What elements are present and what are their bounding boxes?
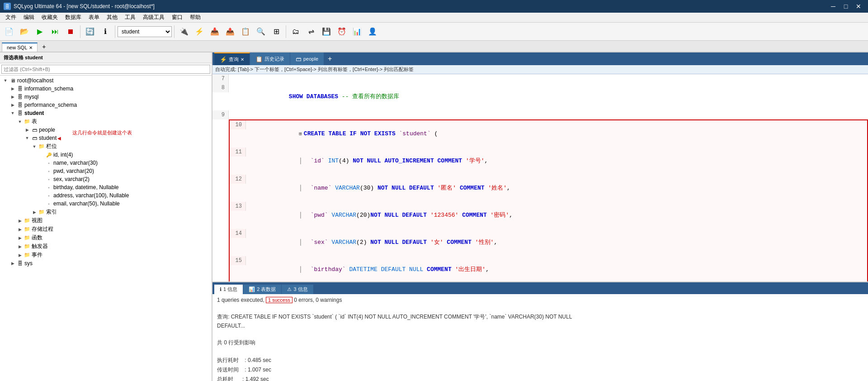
db-icon2: 🗄	[16, 94, 24, 100]
toolbar-user-btn[interactable]: 👤	[365, 24, 380, 39]
line-num-13: 13	[230, 202, 246, 211]
menu-tools[interactable]: 工具	[121, 13, 139, 22]
toolbar-open-btn[interactable]: 📂	[17, 24, 32, 39]
filter-input[interactable]	[1, 65, 210, 74]
toolbar-info-btn[interactable]: ℹ	[98, 24, 113, 39]
menu-edit[interactable]: 编辑	[20, 13, 38, 22]
sex-col-label: sex, varchar(2)	[52, 176, 90, 182]
toolbar-grid-btn[interactable]: ⊞	[269, 24, 283, 39]
tree-db-infoschema[interactable]: ▶ 🗄 information_schema	[0, 85, 212, 93]
people-expander: ▶	[24, 126, 31, 133]
toolbar-query-btn[interactable]: 🔍	[254, 24, 268, 39]
line-content-11: │ `id` INT(4) NOT NULL AUTO_INCREMENT CO…	[246, 148, 867, 175]
tree-col-email[interactable]: ▪ email, varchar(50), Nullable	[0, 200, 212, 208]
bottom-tab-info[interactable]: ℹ 1 信息	[214, 285, 243, 294]
toolbar-schedule-btn[interactable]: ⏰	[335, 24, 349, 39]
tree-db-mysql[interactable]: ▶ 🗄 mysql	[0, 93, 212, 101]
object-tree: ▼ 🖥 root@localhost ▶ 🗄 information_schem…	[0, 76, 212, 381]
tree-folder-events[interactable]: ▶ 📁 事件	[0, 251, 212, 259]
tree-table-people[interactable]: ▶ 🗃 people	[0, 126, 212, 134]
editor-tab-query[interactable]: ⚡ 查询 ✕	[214, 52, 250, 65]
toolbar-table-btn[interactable]: 📋	[238, 24, 253, 39]
database-select[interactable]: student	[118, 26, 172, 37]
toolbar-connect-btn[interactable]: 🔌	[177, 24, 191, 39]
exec-time-line: 执行耗时 : 0.485 sec	[217, 357, 863, 364]
toolbar-new-btn[interactable]: 📄	[2, 24, 16, 39]
maximize-button[interactable]: □	[840, 2, 852, 11]
total-time-line: 总耗时 : 1.492 sec	[217, 376, 863, 381]
editor-tab-people[interactable]: 🗃 people	[290, 52, 324, 65]
menu-window[interactable]: 窗口	[168, 13, 186, 22]
tree-db-student[interactable]: ▼ 🗄 student	[0, 109, 212, 117]
line-num-14: 14	[230, 229, 246, 238]
menu-advanced-tools[interactable]: 高级工具	[139, 13, 168, 22]
menu-favorites[interactable]: 收藏夹	[38, 13, 61, 22]
student-table-expander: ▼	[24, 134, 31, 142]
code-line-10: 10 ⊞CREATE TABLE IF NOT EXISTS `student`…	[230, 120, 867, 148]
id-col-label: id, int(4)	[52, 152, 73, 158]
db-icon: 🗄	[16, 86, 24, 92]
tree-folder-columns[interactable]: ▼ 📁 栏位	[0, 142, 212, 151]
birthday-col-label: birthday, datetime, Nullable	[52, 184, 119, 190]
tree-folder-procedures[interactable]: ▶ 📁 存储过程	[0, 225, 212, 233]
menu-database[interactable]: 数据库	[61, 13, 85, 22]
toolbar-stop-btn[interactable]: ⏹	[63, 24, 78, 39]
tree-col-id[interactable]: 🔑 id, int(4)	[0, 151, 212, 159]
editor-tab-add-button[interactable]: +	[324, 55, 335, 63]
tree-folder-indexes[interactable]: ▶ 📁 索引	[0, 208, 212, 216]
line-num-10: 10	[230, 120, 246, 129]
events-expander: ▶	[16, 252, 24, 259]
folder-icon3: 📁	[38, 209, 45, 215]
col-icon: ▪	[45, 160, 52, 166]
menu-file[interactable]: 文件	[2, 13, 20, 22]
tree-db-sys[interactable]: ▶ 🗄 sys	[0, 259, 212, 267]
close-button[interactable]: ✕	[853, 2, 864, 11]
tree-col-name[interactable]: ▪ name, varchar(30)	[0, 159, 212, 167]
code-line-13: 13 │ `pwd` VARCHAR(20)NOT NULL DEFAULT '…	[230, 202, 867, 229]
toolbar-import-btn[interactable]: 📥	[208, 24, 222, 39]
menu-table[interactable]: 表单	[85, 13, 103, 22]
tree-folder-tables[interactable]: ▼ 📁 表	[0, 117, 212, 126]
toolbar-run-all-btn[interactable]: ⏭	[48, 24, 62, 39]
query-tab-close[interactable]: ✕	[241, 57, 244, 62]
sql-tab-add-button[interactable]: +	[38, 42, 49, 52]
menu-help[interactable]: 帮助	[186, 13, 204, 22]
tree-server[interactable]: ▼ 🖥 root@localhost	[0, 76, 212, 85]
tree-col-pwd[interactable]: ▪ pwd, varchar(20)	[0, 167, 212, 175]
toolbar-refresh-btn[interactable]: 🔄	[83, 24, 97, 39]
tree-col-sex[interactable]: ▪ sex, varchar(2)	[0, 175, 212, 183]
pk-icon: 🔑	[45, 152, 52, 158]
server-expander: ▼	[2, 77, 9, 84]
menu-other[interactable]: 其他	[103, 13, 121, 22]
student-table-label: student	[38, 135, 57, 141]
sql-tab-close-icon[interactable]: ✕	[29, 45, 33, 50]
id-expander	[38, 151, 45, 158]
tree-col-address[interactable]: ▪ address, varchar(100), Nullable	[0, 191, 212, 200]
functions-label: 函数	[31, 234, 42, 242]
toolbar-schema-btn[interactable]: 🗂	[288, 24, 303, 39]
tree-folder-functions[interactable]: ▶ 📁 函数	[0, 233, 212, 242]
minimize-button[interactable]: ─	[827, 2, 839, 11]
toolbar-run-btn[interactable]: ▶	[33, 24, 47, 39]
sql-tab-newsql[interactable]: new SQL ✕	[2, 43, 38, 52]
tree-folder-triggers[interactable]: ▶ 📁 触发器	[0, 242, 212, 251]
functions-expander: ▶	[16, 234, 24, 242]
tree-col-birthday[interactable]: ▪ birthday, datetime, Nullable	[0, 183, 212, 191]
toolbar-export-btn[interactable]: 📤	[223, 24, 237, 39]
bottom-tab-tabledata[interactable]: 📊 2 表数据	[243, 285, 282, 294]
tree-table-student[interactable]: ▼ 🗃 student ◀	[0, 134, 212, 142]
autocomplete-bar: 自动完成: [Tab]-> 下一个标签，[Ctrl+Space]-> 列出所有标…	[212, 65, 868, 74]
db-icon3: 🗄	[16, 102, 24, 108]
bottom-tab-info3[interactable]: ⚠ 3 信息	[282, 285, 313, 294]
code-editor[interactable]: 7 8 SHOW DATABASES -- 查看所有的数据库 9	[212, 74, 868, 281]
toolbar-diff-btn[interactable]: ⇌	[304, 24, 318, 39]
editor-tab-history[interactable]: 📋 历史记录	[250, 52, 290, 65]
toolbar-disconnect-btn[interactable]: ⚡	[192, 24, 207, 39]
table-icon2: 🗃	[31, 135, 38, 141]
toolbar-backup-btn[interactable]: 💾	[319, 24, 334, 39]
folder-icon6: 📁	[24, 235, 31, 241]
tree-db-perfschema[interactable]: ▶ 🗄 performance_schema	[0, 101, 212, 109]
tree-folder-views[interactable]: ▶ 📁 视图	[0, 216, 212, 225]
toolbar-monitor-btn[interactable]: 📊	[350, 24, 364, 39]
col-icon4: ▪	[45, 184, 52, 190]
